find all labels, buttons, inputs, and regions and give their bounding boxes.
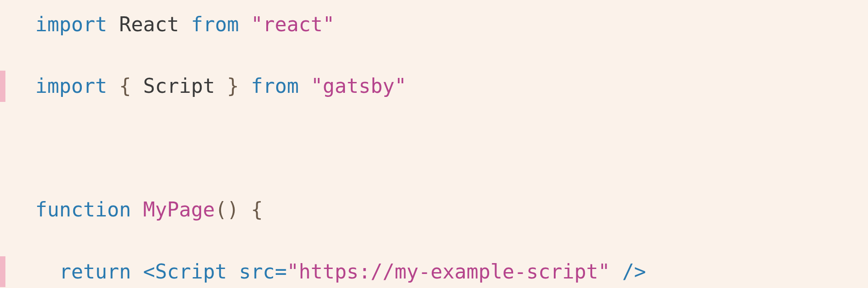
code-token: [239, 74, 251, 97]
code-token: [131, 260, 143, 283]
code-token: import: [35, 13, 107, 36]
code-token: [107, 13, 119, 36]
code-token: React: [119, 13, 179, 36]
code-token: [239, 198, 251, 221]
code-token: from: [251, 74, 299, 97]
code-token: ): [227, 198, 239, 221]
code-token: }: [227, 74, 239, 97]
code-token: from: [191, 13, 239, 36]
code-token: [179, 13, 191, 36]
code-token: MyPage: [143, 198, 215, 221]
code-token: return: [59, 260, 131, 283]
code-token: [299, 74, 311, 97]
code-token: [131, 198, 143, 221]
code-token: [239, 13, 251, 36]
code-token: "gatsby": [311, 74, 406, 97]
code-line: [35, 133, 868, 163]
code-token: import: [35, 74, 107, 97]
code-token: <: [143, 260, 155, 283]
code-token: {: [119, 74, 131, 97]
code-token: "https://my-example-script": [287, 260, 610, 283]
code-line: function MyPage() {: [35, 194, 868, 225]
code-token: src: [239, 260, 274, 283]
code-token: {: [251, 198, 263, 221]
code-token: [35, 136, 47, 159]
code-token: />: [622, 260, 646, 283]
code-line: import React from "react": [35, 9, 868, 40]
code-token: [131, 74, 143, 97]
code-token: [215, 74, 227, 97]
code-token: [610, 260, 623, 283]
code-token: [35, 260, 59, 283]
code-token: function: [35, 198, 131, 221]
code-line-highlighted: import { Script } from "gatsby": [35, 71, 868, 101]
code-token: Script: [143, 74, 215, 97]
code-token: "react": [251, 13, 335, 36]
code-token: =: [275, 260, 287, 283]
code-block: import React from "react" import { Scrip…: [0, 0, 868, 288]
code-token: Script: [155, 260, 227, 283]
code-token: (: [215, 198, 227, 221]
code-token: [107, 74, 119, 97]
code-token: [227, 260, 239, 283]
code-line-highlighted: return <Script src="https://my-example-s…: [35, 256, 868, 287]
